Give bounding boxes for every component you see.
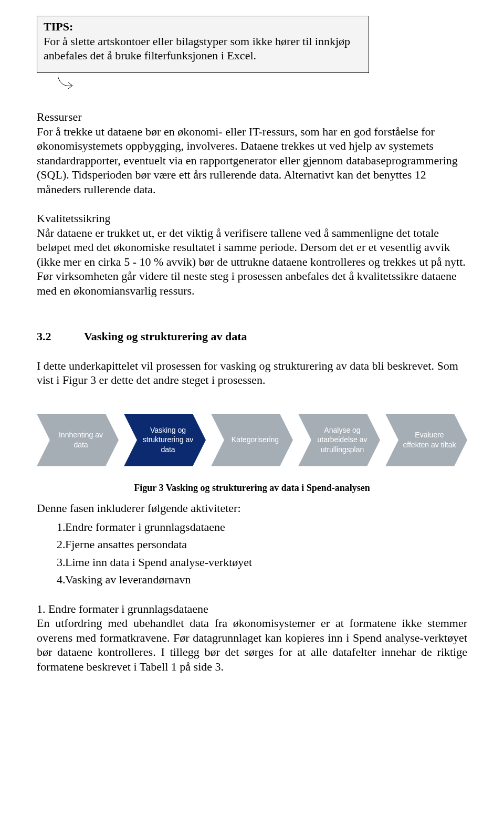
resources-paragraph: Ressurser For å trekke ut dataene bør en… (37, 110, 467, 196)
qa-title: Kvalitetssikring (37, 212, 111, 225)
callout-tail-icon (58, 76, 467, 96)
activities-list: Endre formater i grunnlagsdataene Fjerne… (37, 520, 467, 587)
chevron-label: Kategorisering (216, 435, 288, 444)
section-intro: I dette underkapittelet vil prosessen fo… (37, 359, 467, 388)
chevron-label: Innhenting av data (37, 430, 119, 449)
tips-body: For å slette artskontoer eller bilagstyp… (44, 35, 350, 62)
chevron-label: Vasking og strukturering av data (124, 425, 206, 454)
chevron-step-2: Vasking og strukturering av data (124, 414, 206, 466)
chevron-label: Evaluere effekten av tiltak (385, 430, 467, 449)
qa-paragraph: Kvalitetssikring Når dataene er trukket … (37, 211, 467, 298)
process-chevron-row: Innhenting av data Vasking og strukturer… (37, 414, 467, 466)
qa-body: Når dataene er trukket ut, er det viktig… (37, 226, 466, 297)
resources-body: For å trekke ut dataene bør en økonomi- … (37, 125, 458, 196)
list-item: Fjerne ansattes persondata (68, 537, 467, 552)
subsection-1-body: En utfordring med ubehandlet data fra øk… (37, 616, 467, 673)
figure-caption: Figur 3 Vasking og strukturering av data… (37, 482, 467, 494)
activities-lead: Denne fasen inkluderer følgende aktivite… (37, 501, 467, 516)
list-item: Lime inn data i Spend analyse-verktøyet (68, 555, 467, 570)
section-heading: 3.2Vasking og strukturering av data (37, 329, 467, 344)
chevron-step-1: Innhenting av data (37, 414, 119, 466)
section-number: 3.2 (37, 329, 84, 344)
tips-title: TIPS: (44, 20, 73, 33)
list-item: Endre formater i grunnlagsdataene (68, 520, 467, 535)
resources-title: Ressurser (37, 110, 82, 123)
subsection-1-title: 1. Endre formater i grunnlagsdataene (37, 602, 208, 615)
tips-callout-box: TIPS: For å slette artskontoer eller bil… (37, 16, 369, 73)
chevron-step-3: Kategorisering (211, 414, 293, 466)
chevron-label: Analyse og utarbeidelse av utrullingspla… (298, 425, 380, 454)
chevron-step-5: Evaluere effekten av tiltak (385, 414, 467, 466)
chevron-step-4: Analyse og utarbeidelse av utrullingspla… (298, 414, 380, 466)
subsection-1: 1. Endre formater i grunnlagsdataene En … (37, 602, 467, 674)
document-page: TIPS: For å slette artskontoer eller bil… (0, 0, 504, 816)
list-item: Vasking av leverandørnavn (68, 572, 467, 587)
section-title: Vasking og strukturering av data (84, 330, 247, 343)
